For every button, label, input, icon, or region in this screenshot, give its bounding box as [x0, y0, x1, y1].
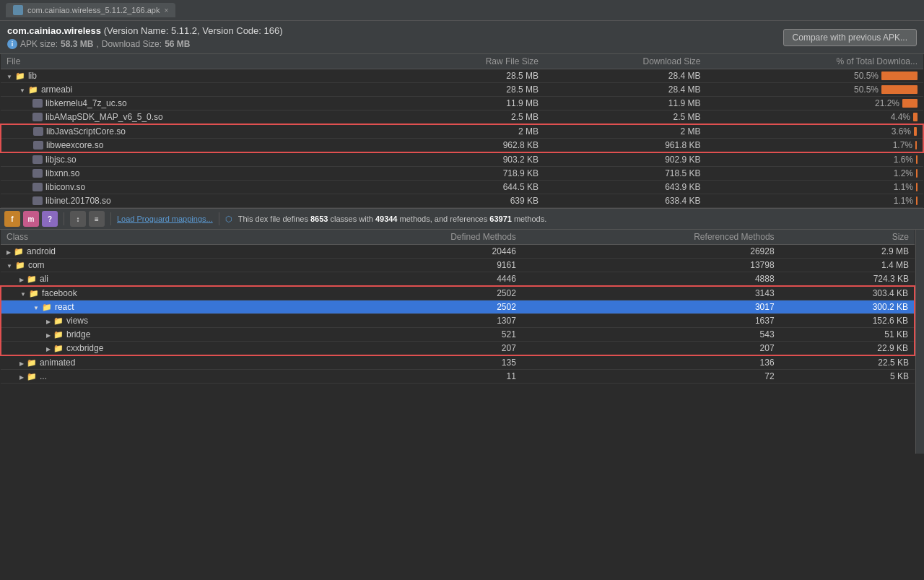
- class-table-wrap[interactable]: Class Defined Methods Referenced Methods…: [0, 230, 915, 454]
- file-table-body: ▼📁lib28.5 MB28.4 MB50.5%▼📁armeabi28.5 MB…: [1, 69, 923, 208]
- class-col-header: Class: [1, 230, 305, 245]
- table-row[interactable]: ▼📁lib28.5 MB28.4 MB50.5%: [1, 69, 923, 83]
- header-section: com.cainiao.wireless (Version Name: 5.11…: [0, 21, 924, 54]
- table-row[interactable]: ▼📁armeabi28.5 MB28.4 MB50.5%: [1, 83, 923, 97]
- filter-btn[interactable]: ≡: [89, 211, 105, 227]
- apk-size-info: i APK size: 58.3 MB, Download Size: 56 M…: [7, 39, 917, 49]
- facebook-btn[interactable]: f: [4, 211, 20, 227]
- table-row[interactable]: ▶📁cxxbridge20720722.9 KB: [1, 342, 915, 356]
- q-btn[interactable]: ?: [42, 211, 58, 227]
- tab-close-button[interactable]: ×: [164, 7, 168, 14]
- title-bar: com.cainiao.wireless_5.11.2_166.apk ×: [0, 0, 924, 21]
- class-table-header: Class Defined Methods Referenced Methods…: [1, 230, 915, 245]
- file-section: File Raw File Size Download Size % of To…: [0, 54, 924, 208]
- table-row[interactable]: libjsc.so903.2 KB902.9 KB1.6%: [1, 152, 923, 167]
- toolbar-separator-2: [110, 212, 111, 225]
- dex-info-text: This dex file defines 8653 classes with …: [238, 215, 547, 223]
- app-title: com.cainiao.wireless (Version Name: 5.11…: [7, 25, 917, 36]
- dex-icon: ⬡: [225, 215, 232, 224]
- file-tab[interactable]: com.cainiao.wireless_5.11.2_166.apk ×: [6, 3, 175, 17]
- tab-label: com.cainiao.wireless_5.11.2_166.apk: [27, 6, 160, 14]
- table-row[interactable]: libinet.201708.so639 KB638.4 KB1.1%: [1, 194, 923, 208]
- compare-apk-button[interactable]: Compare with previous APK...: [783, 29, 917, 46]
- apk-icon: [13, 5, 23, 15]
- table-row[interactable]: ▼📁com9161137981.4 MB: [1, 259, 915, 272]
- class-table-body: ▶📁android20446269282.9 MB▼📁com9161137981…: [1, 245, 915, 384]
- table-row[interactable]: libweexcore.so962.8 KB961.8 KB1.7%: [1, 139, 923, 153]
- toolbar-separator-3: [219, 212, 219, 225]
- table-row[interactable]: ▶📁views13071637152.6 KB: [1, 314, 915, 328]
- table-row[interactable]: ▶📁animated13513622.5 KB: [1, 355, 915, 370]
- sort-btn[interactable]: ↕: [70, 211, 86, 227]
- class-section: Class Defined Methods Referenced Methods…: [0, 230, 924, 454]
- dl-size-col-header: Download Size: [544, 54, 707, 69]
- m-btn[interactable]: m: [23, 211, 39, 227]
- file-table: File Raw File Size Download Size % of To…: [0, 54, 924, 208]
- file-col-header: File: [1, 54, 393, 69]
- file-table-header: File Raw File Size Download Size % of To…: [1, 54, 923, 69]
- toolbar-separator: [64, 212, 64, 225]
- table-row[interactable]: ▶📁...11725 KB: [1, 370, 915, 384]
- table-row[interactable]: libkernelu4_7z_uc.so11.9 MB11.9 MB21.2%: [1, 97, 923, 111]
- scrollbar[interactable]: [915, 230, 924, 454]
- info-icon: i: [7, 39, 17, 49]
- pct-col-header: % of Total Downloa...: [707, 54, 923, 69]
- raw-size-col-header: Raw File Size: [393, 54, 544, 69]
- table-row[interactable]: ▼📁facebook25023143303.4 KB: [1, 286, 915, 300]
- defined-methods-col-header: Defined Methods: [305, 230, 522, 245]
- table-row[interactable]: ▶📁ali44464888724.3 KB: [1, 272, 915, 287]
- table-row[interactable]: ▶📁bridge52154351 KB: [1, 328, 915, 342]
- table-row[interactable]: libiconv.so644.5 KB643.9 KB1.1%: [1, 181, 923, 194]
- size-col-header: Size: [780, 230, 915, 245]
- table-row[interactable]: ▶📁android20446269282.9 MB: [1, 245, 915, 259]
- table-row[interactable]: libxnn.so718.9 KB718.5 KB1.2%: [1, 167, 923, 181]
- table-row[interactable]: libJavaScriptCore.so2 MB2 MB3.6%: [1, 124, 923, 139]
- referenced-methods-col-header: Referenced Methods: [522, 230, 780, 245]
- class-table: Class Defined Methods Referenced Methods…: [0, 230, 915, 384]
- load-proguard-link[interactable]: Load Proguard mappings...: [117, 215, 213, 223]
- toolbar: f m ? ↕ ≡ Load Proguard mappings... ⬡ Th…: [0, 208, 924, 230]
- table-row[interactable]: libAMapSDK_MAP_v6_5_0.so2.5 MB2.5 MB4.4%: [1, 111, 923, 125]
- table-row[interactable]: ▼📁react25023017300.2 KB: [1, 300, 915, 314]
